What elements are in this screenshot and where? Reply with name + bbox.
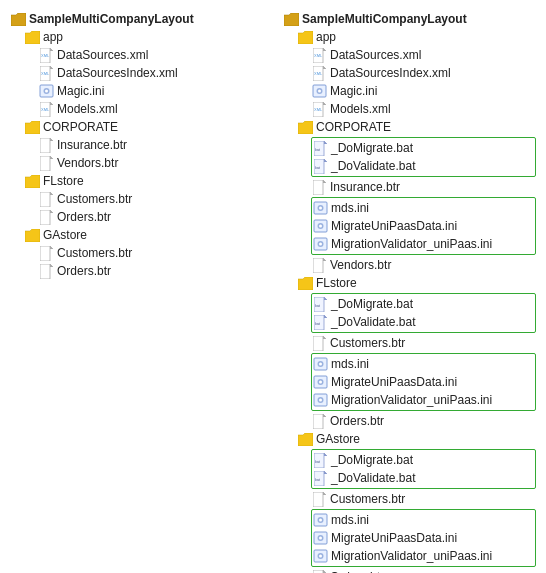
svg-rect-56 [313, 180, 323, 195]
folder-icon [24, 173, 40, 189]
svg-point-61 [319, 207, 322, 210]
tree-item[interactable]: MigrateUniPaasData.ini [312, 217, 535, 235]
svg-rect-68 [313, 258, 323, 273]
item-label: MigrateUniPaasData.ini [331, 531, 457, 545]
tree-item[interactable]: Orders.btr [10, 262, 263, 280]
tree-item[interactable]: XML Models.xml [10, 100, 263, 118]
tree-item[interactable]: Customers.btr [10, 190, 263, 208]
svg-point-67 [319, 243, 322, 246]
btr-icon [311, 335, 327, 351]
tree-item[interactable]: Customers.btr [283, 490, 536, 508]
item-label: MigrateUniPaasData.ini [331, 219, 457, 233]
bat-icon: bat [312, 140, 328, 156]
ini-icon [311, 83, 327, 99]
tree-item[interactable]: XML Models.xml [283, 100, 536, 118]
root-icon [283, 11, 299, 27]
tree-item[interactable]: Magic.ini [10, 82, 263, 100]
tree-item[interactable]: bat _DoValidate.bat [312, 469, 535, 487]
tree-item[interactable]: XML DataSources.xml [10, 46, 263, 64]
tree-item[interactable]: Insurance.btr [10, 136, 263, 154]
btr-icon [311, 257, 327, 273]
tree-item[interactable]: Orders.btr [10, 208, 263, 226]
btr-icon [38, 245, 54, 261]
xml-icon: XML [311, 47, 327, 63]
xml-icon: XML [38, 65, 54, 81]
tree-item[interactable]: Orders.btr [283, 568, 536, 573]
tree-item[interactable]: SampleMultiCompanyLayout [10, 10, 263, 28]
bat-icon: bat [312, 470, 328, 486]
tree-item[interactable]: mds.ini [312, 511, 535, 529]
tree-item[interactable]: mds.ini [312, 355, 535, 373]
tree-item[interactable]: Customers.btr [283, 334, 536, 352]
tree-item[interactable]: GAstore [10, 226, 263, 244]
ini-icon [312, 200, 328, 216]
highlight-group-group1: bat _DoMigrate.bat bat _DoValidate.bat [311, 137, 536, 177]
highlight-group-group6: mds.ini MigrateUniPaasData.ini Migration… [311, 509, 536, 567]
tree-item[interactable]: Vendors.btr [283, 256, 536, 274]
tree-item[interactable]: GAstore [283, 430, 536, 448]
xml-icon: XML [311, 65, 327, 81]
tree-item[interactable]: bat _DoValidate.bat [312, 313, 535, 331]
tree-item[interactable]: MigrationValidator_uniPaas.ini [312, 235, 535, 253]
tree-item[interactable]: app [10, 28, 263, 46]
svg-text:XML: XML [41, 71, 50, 76]
tree-item[interactable]: XML DataSourcesIndex.xml [283, 64, 536, 82]
tree-item[interactable]: mds.ini [312, 199, 535, 217]
svg-text:bat: bat [315, 304, 320, 308]
item-label: MigrationValidator_uniPaas.ini [331, 393, 492, 407]
svg-point-113 [319, 555, 322, 558]
btr-icon [311, 413, 327, 429]
tree-item[interactable]: XML DataSources.xml [283, 46, 536, 64]
ini-icon [312, 548, 328, 564]
item-label: MigrateUniPaasData.ini [331, 375, 457, 389]
item-label: mds.ini [331, 513, 369, 527]
tree-item[interactable]: app [283, 28, 536, 46]
svg-text:bat: bat [315, 322, 320, 326]
tree-item[interactable]: Insurance.btr [283, 178, 536, 196]
ini-icon [312, 236, 328, 252]
xml-icon: XML [311, 101, 327, 117]
tree-item[interactable]: MigrateUniPaasData.ini [312, 373, 535, 391]
tree-item[interactable]: Customers.btr [10, 244, 263, 262]
ini-icon [38, 83, 54, 99]
tree-item[interactable]: Magic.ini [283, 82, 536, 100]
tree-item[interactable]: Vendors.btr [10, 154, 263, 172]
item-label: CORPORATE [316, 120, 391, 134]
tree-item[interactable]: bat _DoMigrate.bat [312, 451, 535, 469]
tree-item[interactable]: Orders.btr [283, 412, 536, 430]
item-label: Orders.btr [57, 264, 111, 278]
tree-item[interactable]: XML DataSourcesIndex.xml [10, 64, 263, 82]
tree-item[interactable]: SampleMultiCompanyLayout [283, 10, 536, 28]
svg-text:XML: XML [314, 107, 323, 112]
item-label: _DoMigrate.bat [331, 297, 413, 311]
tree-item[interactable]: bat _DoMigrate.bat [312, 139, 535, 157]
bat-icon: bat [312, 158, 328, 174]
svg-point-107 [319, 519, 322, 522]
tree-item[interactable]: MigrationValidator_uniPaas.ini [312, 547, 535, 565]
svg-text:bat: bat [315, 478, 320, 482]
btr-icon [38, 155, 54, 171]
left-panel: SampleMultiCompanyLayout app XML DataSou… [10, 10, 263, 573]
tree-item[interactable]: bat _DoValidate.bat [312, 157, 535, 175]
tree-item[interactable]: CORPORATE [10, 118, 263, 136]
folder-icon [297, 275, 313, 291]
tree-item[interactable]: MigrateUniPaasData.ini [312, 529, 535, 547]
svg-rect-114 [313, 570, 323, 574]
tree-item[interactable]: MigrationValidator_uniPaas.ini [312, 391, 535, 409]
item-label: _DoValidate.bat [331, 471, 416, 485]
item-label: DataSources.xml [57, 48, 148, 62]
folder-icon [24, 119, 40, 135]
item-label: Models.xml [57, 102, 118, 116]
item-label: _DoMigrate.bat [331, 453, 413, 467]
tree-item[interactable]: bat _DoMigrate.bat [312, 295, 535, 313]
svg-text:bat: bat [315, 460, 320, 464]
ini-icon [312, 530, 328, 546]
item-label: FLstore [316, 276, 357, 290]
item-label: Vendors.btr [57, 156, 118, 170]
tree-item[interactable]: FLstore [283, 274, 536, 292]
bat-icon: bat [312, 452, 328, 468]
svg-rect-91 [313, 414, 323, 429]
tree-item[interactable]: CORPORATE [283, 118, 536, 136]
tree-item[interactable]: FLstore [10, 172, 263, 190]
bat-icon: bat [312, 314, 328, 330]
